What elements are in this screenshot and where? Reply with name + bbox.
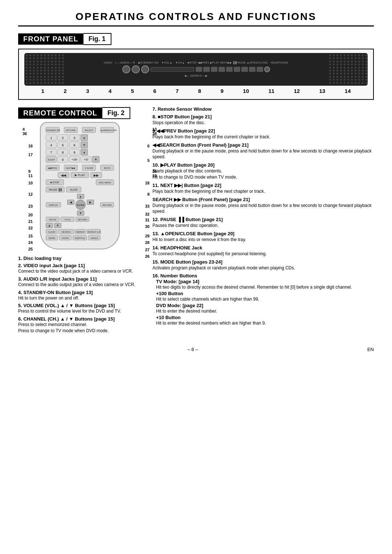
label-27: 27	[145, 248, 150, 252]
desc-8: 8. ■STOP Button [page 21] Stops operatio…	[152, 114, 374, 126]
title-button[interactable]: TITLE	[61, 217, 74, 222]
nav-down[interactable]: ▼	[77, 211, 84, 216]
nav-up2[interactable]: ▲	[46, 223, 53, 228]
fp-search-label: ◀— SEARCH —▶	[184, 74, 207, 77]
desc-14: 14. HEADPHONE Jack To connect headphone …	[152, 245, 374, 257]
btn-6[interactable]: 6	[69, 142, 80, 148]
fastforward-button[interactable]: ▶▶	[90, 172, 102, 178]
ch-down-button[interactable]: ▼	[81, 142, 88, 148]
label-10: 10	[28, 181, 33, 185]
open-close-button[interactable]: ▲OPEN/CLOSE	[100, 127, 114, 133]
btn-4[interactable]: 4	[46, 142, 57, 148]
fp-btn-1	[196, 67, 202, 72]
btn-5[interactable]: 5	[57, 142, 68, 148]
label-17: 17	[28, 152, 33, 157]
remote-section: REMOTE CONTROL Fig. 2 436 16 17 911 10 1…	[18, 106, 374, 336]
clear-button[interactable]: CLEAR	[46, 229, 57, 234]
remote-left: REMOTE CONTROL Fig. 2 436 16 17 911 10 1…	[18, 106, 142, 336]
label-23: 23	[28, 204, 33, 208]
list-item: 1. Disc loading tray	[18, 255, 142, 261]
desc-100-button: +100 Button Hit to select cable channels…	[156, 291, 374, 302]
disc-menu-button[interactable]: DISC MENU	[96, 179, 114, 185]
nav-left[interactable]: ◀	[67, 200, 74, 205]
rewind-button[interactable]: ◀◀	[58, 172, 69, 178]
fp-num-11: 11	[268, 88, 274, 94]
return3-button[interactable]: RETURN	[75, 217, 89, 222]
fp-knob-4	[264, 66, 270, 72]
page: OPERATING CONTROLS AND FUNCTIONS FRONT P…	[0, 0, 392, 554]
repeat-button[interactable]: REPEAT	[75, 229, 86, 234]
display-button[interactable]: DISPLAY	[46, 202, 61, 207]
fp-controls-row	[122, 65, 270, 73]
stop-button[interactable]: ■ STOP	[46, 179, 64, 185]
page-footer: – 8 – EN	[18, 347, 374, 352]
fp-btn-6	[234, 67, 240, 72]
btn-0[interactable]: 0	[57, 156, 68, 163]
label-30: 30	[145, 224, 150, 229]
return2-button[interactable]: RETURN	[100, 202, 114, 207]
num-row-3: 7 8 9 ▲VOL	[46, 149, 99, 155]
fp-btn-2	[203, 67, 210, 72]
btn-10[interactable]: +10	[81, 156, 91, 163]
nav-up[interactable]: ▲	[77, 194, 84, 199]
audio-button[interactable]: AUDIO	[59, 235, 72, 240]
fp-num-1: 1	[41, 88, 44, 94]
fp-knob-3	[141, 65, 149, 73]
enter-button[interactable]: ENTER	[75, 200, 86, 210]
fp-knob-1	[122, 65, 130, 73]
next-button[interactable]: NEXT▶▶	[64, 165, 78, 171]
transport-row: ◀◀PREV NEXT▶▶ V·SURR MUTE	[46, 165, 114, 171]
label-29: 29	[145, 234, 150, 238]
vol-up-button[interactable]: ▲VOL	[81, 149, 88, 155]
repeat-ab-button[interactable]: REPEAT A-B	[87, 229, 101, 234]
btn-2[interactable]: 2	[57, 134, 68, 141]
label-5: 5	[147, 158, 150, 163]
angle-button[interactable]: ANGLE	[88, 235, 101, 240]
pause-slow-row: PAUSE ▐▐ SLOW	[46, 187, 114, 192]
btn-3[interactable]: 3	[69, 134, 80, 141]
label-21: 21	[28, 219, 33, 224]
desc-15: 15. MODE Button [pages 23-24] Activates …	[152, 259, 374, 271]
search-mode-button[interactable]: SEARCH MODE	[58, 229, 74, 234]
sleep-button[interactable]: SLEEP	[46, 156, 57, 163]
remote-illustration-container: 436 16 17 911 10 12 23 20 21 22 15 24 25…	[40, 122, 142, 249]
fp-btn-4	[219, 67, 225, 72]
right-buttons: RETURN	[100, 202, 114, 207]
list-item: 3. AUDIO L/R input Jacks [page 11] Conne…	[18, 276, 142, 288]
mode-button[interactable]: MODE	[46, 235, 58, 240]
label-33: 33	[145, 204, 150, 208]
btn-7[interactable]: 7	[46, 149, 57, 155]
ch-up-button[interactable]: ▲CH.	[81, 134, 88, 141]
btn-100[interactable]: +100	[69, 156, 80, 163]
btn-9[interactable]: 9	[69, 149, 80, 155]
subtitle-button[interactable]: SUBTITLE	[73, 235, 87, 240]
fp-num-6: 6	[153, 88, 156, 94]
label-32: 32	[145, 212, 150, 216]
btn-8[interactable]: 8	[57, 149, 68, 155]
nav-cluster: ▲ ◀ ENTER ▶ ▼	[67, 194, 94, 216]
main-title: OPERATING CONTROLS AND FUNCTIONS	[18, 11, 374, 27]
setup-button[interactable]: SETUP	[46, 217, 60, 222]
label-9-11: 911	[28, 169, 33, 178]
standby-on-button[interactable]: STANDBY·ON	[46, 127, 60, 133]
picture-button[interactable]: PICTURE	[64, 127, 78, 133]
vol-down-button[interactable]: ▼	[92, 156, 99, 163]
fp-label-row: VIDEO L —AUDIO— R ◉STANDBY·ON ▼VOL▲ ▼CH▲…	[103, 61, 288, 64]
vsurr-button[interactable]: V·SURR	[82, 165, 96, 171]
play-button[interactable]: ▶ PLAY	[71, 172, 89, 178]
list-item: 5. VOLUME (VOL.) ▲ / ▼ Buttons [page 15]…	[18, 303, 142, 314]
nav-down2[interactable]: ▼	[54, 223, 61, 228]
slow-button[interactable]: SLOW	[66, 187, 81, 192]
select-button[interactable]: SELECT	[82, 127, 96, 133]
remote-body: STANDBY·ON PICTURE SELECT ▲OPEN/CLOSE 1 …	[40, 122, 120, 249]
front-panel-dots-right	[328, 53, 368, 86]
nav-display-row: DISPLAY ▲ ◀ ENTER ▶ ▼ RETURN	[46, 194, 114, 216]
prev-button[interactable]: ◀◀PREV	[46, 165, 60, 171]
label-26: 26	[145, 254, 150, 258]
updown-row: ▲ ▼	[46, 223, 114, 228]
num-grid: 1 2 3 ▲CH. 4 5 6 ▼	[46, 134, 99, 163]
mute-button[interactable]: MUTE	[100, 165, 114, 171]
btn-1[interactable]: 1	[46, 134, 57, 141]
pause-button[interactable]: PAUSE ▐▐	[46, 187, 65, 192]
return-button[interactable]: ▶	[87, 200, 94, 205]
